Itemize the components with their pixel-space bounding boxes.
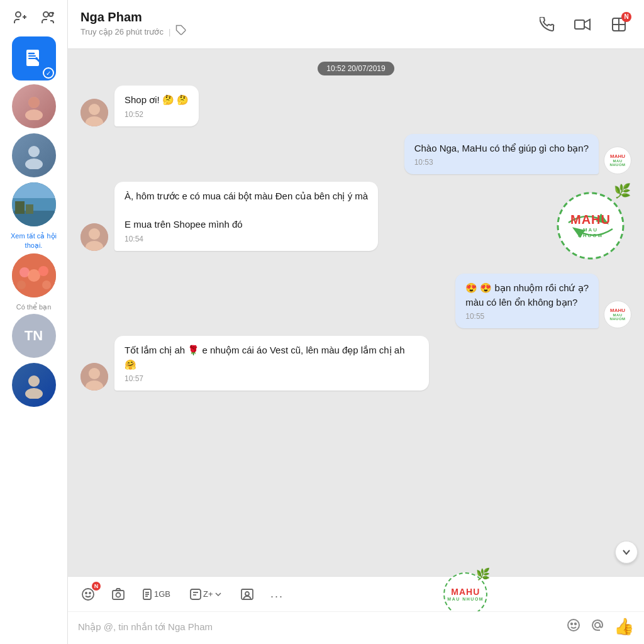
message-time-5: 10:57 xyxy=(125,374,419,383)
svg-point-45 xyxy=(89,592,91,594)
notification-badge: N xyxy=(621,12,631,22)
chat-header: Nga Pham Truy cập 26 phút trước | xyxy=(68,0,644,49)
message-text-5: Tốt lắm chị ah 🌹 e nhuộm cái áo Vest cũ,… xyxy=(125,343,419,372)
svg-rect-46 xyxy=(113,591,124,599)
message-row-3: À, hôm trước e có mua cái bột màu Đen củ… xyxy=(80,182,550,251)
input-actions: 👍 xyxy=(566,617,634,636)
message-row-5: Tốt lắm chị ah 🌹 e nhuộm cái áo Vest cũ,… xyxy=(80,336,631,391)
mahu-toolbar-logo: MAHU MAU NHUOM 🌿 xyxy=(297,572,634,616)
svg-point-25 xyxy=(28,375,40,387)
add-friend-button[interactable] xyxy=(9,6,31,29)
sidebar: Xem tất cả hội thoại. Có thể bạn TN xyxy=(0,0,68,644)
add-group-button[interactable] xyxy=(36,6,59,29)
timestamp-divider: 10:52 20/07/2019 xyxy=(80,62,631,75)
svg-point-43 xyxy=(82,589,94,600)
svg-point-0 xyxy=(16,12,21,17)
message-bubble-1: Shop ơi! 🤔 🤔 10:52 xyxy=(114,86,199,126)
sidebar-contact-football[interactable] xyxy=(12,363,56,407)
svg-rect-16 xyxy=(12,182,56,198)
chat-toolbar: N 1GB Z+ xyxy=(68,576,644,611)
svg-point-8 xyxy=(35,57,38,60)
message-row: Shop ơi! 🤔 🤔 10:52 xyxy=(80,86,631,126)
sender-avatar-1 xyxy=(80,99,108,126)
mahu-subtitle: MAU NHUOM xyxy=(570,227,611,238)
mahu-logo: MAHU MAU NHUOM 🌿 xyxy=(550,182,631,266)
svg-point-10 xyxy=(25,109,43,120)
sidebar-contact-3[interactable] xyxy=(12,182,56,226)
tag-icon[interactable] xyxy=(175,25,187,38)
chat-input-area: 👍 xyxy=(68,611,644,644)
message-input[interactable] xyxy=(78,618,558,636)
message-text-2: Chào Nga, MaHu có thể giúp gì cho bạn? xyxy=(414,142,589,156)
message-with-logo-row: À, hôm trước e có mua cái bột màu Đen củ… xyxy=(80,182,631,266)
header-info: Nga Pham Truy cập 26 phút trước | xyxy=(80,10,536,38)
svg-point-41 xyxy=(89,368,100,379)
chat-main: Nga Pham Truy cập 26 phút trước | xyxy=(68,0,644,644)
mahu-logo-text: MAHU xyxy=(570,213,611,227)
svg-point-11 xyxy=(28,97,40,108)
svg-rect-28 xyxy=(575,20,584,29)
svg-point-59 xyxy=(575,623,576,624)
contact-status: Truy cập 26 phút trước | xyxy=(80,25,536,38)
svg-point-22 xyxy=(38,266,48,276)
svg-point-37 xyxy=(89,228,100,240)
svg-point-56 xyxy=(245,592,249,596)
tn-avatar[interactable]: TN xyxy=(12,314,56,358)
svg-point-23 xyxy=(17,280,26,289)
message-text-4: 😍 😍 bạn nhuộm rồi chứ ạ?màu có lên ổn kh… xyxy=(465,281,589,309)
sender-avatar-3 xyxy=(80,223,108,251)
header-actions: N xyxy=(536,12,631,37)
sidebar-contact-2[interactable] xyxy=(12,133,56,177)
more-options-button[interactable]: ... xyxy=(267,584,287,604)
see-all-label[interactable]: Xem tất cả hội thoại. xyxy=(9,231,59,251)
emoji-badge: N xyxy=(92,582,101,591)
shop-avatar-1: MAHU MAU NHUOM xyxy=(604,147,631,174)
scroll-down-button[interactable] xyxy=(615,541,638,564)
svg-point-3 xyxy=(43,12,48,17)
video-call-button[interactable] xyxy=(571,13,594,36)
svg-point-57 xyxy=(568,619,579,631)
emoji-toolbar-button[interactable]: N xyxy=(78,584,98,604)
mahu-leaf-icon: 🌿 xyxy=(614,183,631,199)
message-time-1: 10:52 xyxy=(125,110,189,119)
svg-point-44 xyxy=(86,592,87,594)
sticker-button[interactable]: Z+ xyxy=(184,586,227,603)
svg-marker-29 xyxy=(584,19,590,30)
message-text-3: À, hôm trước e có mua cái bột màu Đen củ… xyxy=(125,189,368,232)
like-button[interactable]: 👍 xyxy=(614,617,634,636)
message-bubble-3: À, hôm trước e có mua cái bột màu Đen củ… xyxy=(114,182,378,251)
svg-point-47 xyxy=(116,592,121,597)
message-row-sent-2: MAHU MAU NHUOM 😍 😍 bạn nhuộm rồi chứ ạ?m… xyxy=(80,274,631,328)
messages-area: 10:52 20/07/2019 Shop ơi! 🤔 🤔 10:52 xyxy=(68,49,644,576)
chat-messages-list: 10:52 20/07/2019 Shop ơi! 🤔 🤔 10:52 xyxy=(68,49,644,576)
contact-name: Nga Pham xyxy=(80,10,536,25)
svg-point-26 xyxy=(25,388,43,399)
svg-point-58 xyxy=(571,623,572,624)
sidebar-contact-1[interactable] xyxy=(12,84,56,128)
svg-point-13 xyxy=(25,158,43,169)
svg-rect-52 xyxy=(191,589,201,599)
phone-call-button[interactable] xyxy=(536,13,558,36)
sidebar-top-icons xyxy=(9,6,59,29)
active-badge xyxy=(43,67,54,79)
message-bubble-2: Chào Nga, MaHu có thể giúp gì cho bạn? 1… xyxy=(404,134,599,175)
sender-avatar-5 xyxy=(80,363,108,391)
contact-share-button[interactable] xyxy=(237,584,257,604)
message-row-sent: MAHU MAU NHUOM Chào Nga, MaHu có thể giú… xyxy=(80,134,631,175)
maybe-you-label: Có thể bạn xyxy=(9,303,59,311)
shop-avatar-2: MAHU MAU NHUOM xyxy=(604,301,631,328)
sidebar-contact-4[interactable] xyxy=(12,253,56,297)
message-time-2: 10:53 xyxy=(414,158,589,167)
notifications-button[interactable]: N xyxy=(606,12,631,37)
svg-point-34 xyxy=(89,104,100,115)
at-mention-button[interactable] xyxy=(590,618,605,636)
emoji-input-button[interactable] xyxy=(566,618,581,636)
message-time-3: 10:54 xyxy=(125,235,368,243)
svg-rect-55 xyxy=(242,589,253,599)
active-chat-icon[interactable] xyxy=(12,36,56,80)
file-button[interactable]: 1GB xyxy=(138,584,174,604)
message-time-4: 10:55 xyxy=(465,312,589,321)
svg-point-24 xyxy=(42,280,51,289)
photo-button[interactable] xyxy=(108,584,128,604)
message-bubble-4: 😍 😍 bạn nhuộm rồi chứ ạ?màu có lên ổn kh… xyxy=(455,274,599,328)
